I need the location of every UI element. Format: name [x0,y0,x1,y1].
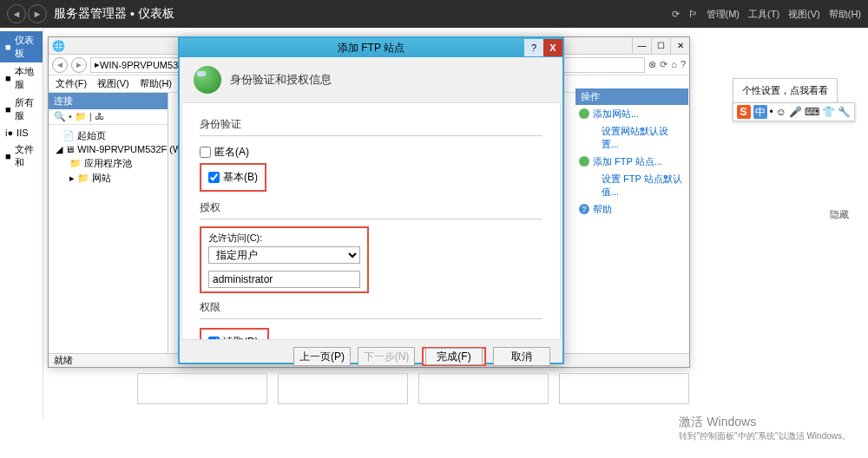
tree-server-node[interactable]: ◢ 🖥 WIN-9PRVPUM532F (WIN- [52,143,164,156]
tree-start-page[interactable]: 📄 起始页 [52,128,164,143]
ftp-wizard-header: 身份验证和授权信息 [180,57,562,102]
authz-highlight: 允许访问(C): 指定用户 [200,226,369,293]
add-ftp-site-wizard: 添加 FTP 站点 ? X 身份验证和授权信息 身份验证 匿名(A) 基本(B)… [178,36,564,364]
breadcrumb-page: 仪表板 [138,6,174,22]
sidebar-item-dashboard[interactable]: ■仪表板 [0,31,43,62]
tile-2[interactable] [278,373,408,404]
finish-button[interactable]: 完成(F) [425,348,483,365]
iis-actions-pane: 操作 添加网站... 设置网站默认设置... 添加 FTP 站点... 设置 F… [575,88,688,219]
perm-highlight: 读取(D) 写入(W) [200,328,269,340]
breadcrumb: 服务器管理器 • 仪表板 [54,6,174,22]
ime-emoji-icon[interactable]: ☺ [776,106,786,118]
ime-shirt-icon[interactable]: 👕 [822,106,835,118]
cancel-button[interactable]: 取消 [493,347,550,366]
nav-forward-button[interactable]: ► [28,4,47,23]
ftp-help-button[interactable]: ? [524,39,543,56]
basic-highlight: 基本(B) [200,163,266,192]
sidebar-item-local[interactable]: ■本地服 [0,62,43,94]
server-manager-titlebar: ◄ ► 服务器管理器 • 仪表板 ⟳ 🏳 管理(M) 工具(T) 视图(V) 帮… [0,0,868,28]
iis-forward-button[interactable]: ► [71,57,87,73]
connections-header: 连接 [49,93,168,109]
ftp-titlebar: 添加 FTP 站点 ? X [180,38,562,57]
action-add-ftp[interactable]: 添加 FTP 站点... [575,153,688,171]
tile-3[interactable] [418,373,549,404]
nav-back-button[interactable]: ◄ [7,4,26,23]
anonymous-checkbox[interactable] [200,147,211,158]
maximize-button[interactable]: ☐ [651,38,670,54]
anonymous-label: 匿名(A) [214,145,249,160]
dashboard-tiles [137,373,689,404]
breadcrumb-root: 服务器管理器 [54,6,127,22]
menu-tools[interactable]: 工具(T) [748,8,779,21]
ftp-close-button[interactable]: X [543,39,562,56]
iis-menu-view[interactable]: 视图(V) [97,77,129,90]
watermark-line2: 转到"控制面板"中的"系统"以激活 Windows。 [679,430,851,442]
ime-keyboard-icon[interactable]: ⌨ [805,106,819,118]
iis-stop-icon[interactable]: ⊗ [648,59,656,70]
tile-4[interactable] [559,373,689,404]
action-add-site[interactable]: 添加网站... [575,105,688,123]
connections-toolbar[interactable]: 🔍 • 📁 | 🖧 [49,109,168,125]
auth-section-label: 身份验证 [200,117,542,132]
iis-back-button[interactable]: ◄ [52,57,68,73]
server-manager-sidebar: ■仪表板 ■本地服 ■所有服 i●IIS ■文件和 [0,28,43,418]
action-ftp-defaults[interactable]: 设置 FTP 站点默认值... [575,171,688,200]
iis-menu-help[interactable]: 帮助(H) [140,77,172,90]
sidebar-item-iis[interactable]: i●IIS [0,125,43,141]
tile-1[interactable] [137,373,267,404]
iis-icon: 🌐 [49,40,69,52]
iis-refresh-icon[interactable]: ⟳ [660,59,667,70]
ime-punct-icon[interactable]: • [770,106,773,118]
activate-windows-watermark: 激活 Windows 转到"控制面板"中的"系统"以激活 Windows。 [679,415,851,442]
flag-icon[interactable]: 🏳 [688,9,698,19]
close-button[interactable]: ✕ [670,38,689,54]
iis-connections-pane: 连接 🔍 • 📁 | 🖧 📄 起始页 ◢ 🖥 WIN-9PRVPUM532F (… [49,93,168,353]
basic-checkbox[interactable] [208,172,220,183]
anonymous-checkbox-row[interactable]: 匿名(A) [200,143,542,161]
iis-help-icon[interactable]: ? [681,59,686,70]
sidebar-item-file[interactable]: ■文件和 [0,141,43,172]
iis-menu-file[interactable]: 文件(F) [56,77,87,90]
finish-highlight: 完成(F) [422,347,486,366]
refresh-icon[interactable]: ⟳ [672,9,680,20]
personalize-tip[interactable]: 个性设置，点我看看 [733,78,838,103]
action-site-defaults[interactable]: 设置网站默认设置... [575,123,688,153]
user-input[interactable] [208,271,360,288]
actions-header: 操作 [575,88,688,105]
breadcrumb-sep: • [130,7,135,21]
ftp-page-title: 身份验证和授权信息 [230,72,332,88]
allow-access-select[interactable]: 指定用户 [208,246,360,264]
basic-label: 基本(B) [223,170,258,185]
allow-access-label: 允许访问(C): [208,232,360,245]
authz-section-label: 授权 [200,200,542,215]
hide-button[interactable]: 隐藏 [830,208,849,221]
tree-app-pools[interactable]: 📁 应用程序池 [52,156,164,171]
menu-help[interactable]: 帮助(H) [829,8,861,21]
ftp-window-title: 添加 FTP 站点 [338,41,404,56]
ime-s-icon[interactable]: S [737,105,751,119]
tree-sites[interactable]: ▸ 📁 网站 [52,171,164,186]
minimize-button[interactable]: — [632,38,651,54]
menu-manage[interactable]: 管理(M) [707,8,740,21]
basic-checkbox-row[interactable]: 基本(B) [208,168,258,186]
ime-toolbar[interactable]: S 中 • ☺ 🎤 ⌨ 👕 🔧 [733,102,855,121]
globe-icon [194,66,221,94]
menu-view[interactable]: 视图(V) [788,8,820,21]
watermark-line1: 激活 Windows [679,415,851,430]
ime-tool-icon[interactable]: 🔧 [838,106,851,118]
ime-mic-icon[interactable]: 🎤 [789,106,802,118]
sidebar-item-all[interactable]: ■所有服 [0,94,43,125]
prev-button[interactable]: 上一页(P) [293,347,351,366]
next-button: 下一步(N) [358,347,415,366]
iis-home-icon[interactable]: ⌂ [671,59,677,70]
action-help[interactable]: 帮助 [575,200,688,219]
ime-zh-icon[interactable]: 中 [753,105,767,119]
perm-section-label: 权限 [200,300,542,315]
read-checkbox-row[interactable]: 读取(D) [208,333,260,340]
